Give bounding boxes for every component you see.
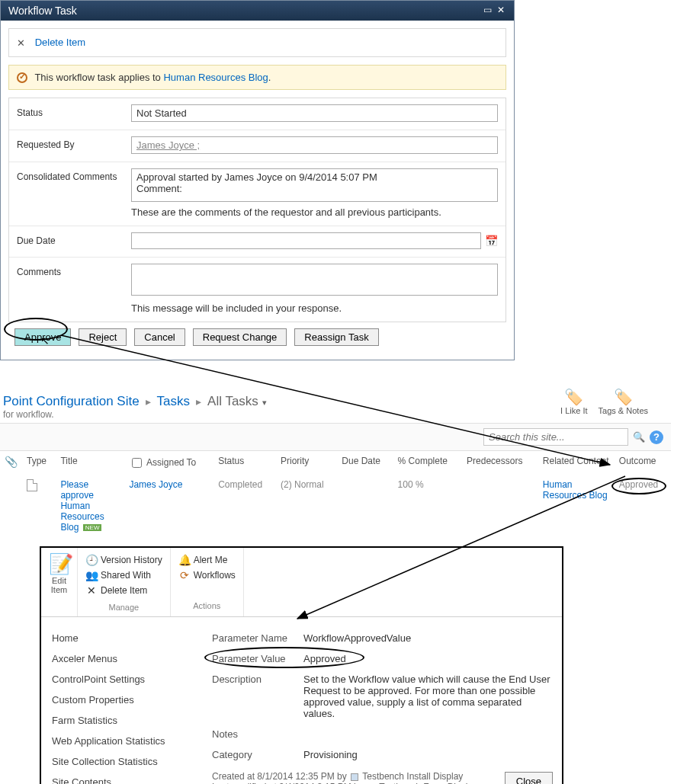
- param-value-label: Parameter Value: [212, 653, 303, 664]
- notice-prefix: This workflow task applies to: [34, 72, 163, 83]
- nav-custom-properties[interactable]: Custom Properties: [52, 690, 197, 710]
- status-label: Status: [17, 104, 131, 122]
- param-name-label: Parameter Name: [212, 632, 303, 644]
- created-by-user: Testbench Install Display: [362, 771, 463, 782]
- version-history-button[interactable]: 🕘Version History: [85, 552, 162, 568]
- requested-by-label: Requested By: [17, 136, 131, 154]
- assigned-to-checkbox[interactable]: [132, 458, 142, 468]
- crumb-site[interactable]: Point Configuration Site: [3, 394, 140, 409]
- workflow-notice: This workflow task applies to Human Reso…: [8, 65, 506, 91]
- table-header-row: 📎 Type Title Assigned To Status Priority…: [0, 451, 671, 475]
- search-bar: 🔍 ?: [0, 423, 671, 451]
- col-pct-complete[interactable]: % Complete: [393, 451, 462, 475]
- col-status[interactable]: Status: [213, 451, 276, 475]
- related-content-link[interactable]: Human Resources Blog: [543, 479, 608, 501]
- dialog-title: Workflow Task: [8, 5, 77, 17]
- attachment-icon: 📎: [5, 456, 18, 468]
- col-priority[interactable]: Priority: [276, 451, 337, 475]
- col-type[interactable]: Type: [22, 451, 56, 475]
- col-predecessors[interactable]: Predecessors: [462, 451, 538, 475]
- reject-button[interactable]: Reject: [79, 328, 127, 346]
- maximize-icon[interactable]: ▭: [482, 5, 493, 16]
- dialog-titlebar: Workflow Task ▭ ✕: [1, 1, 514, 21]
- comments-help: This message will be included in your re…: [131, 302, 498, 314]
- category-label: Category: [212, 749, 303, 760]
- document-icon: [27, 479, 37, 491]
- chevron-right-icon: ▸: [196, 395, 201, 408]
- crumb-list[interactable]: Tasks: [157, 394, 190, 409]
- chevron-right-icon: ▸: [146, 395, 151, 408]
- edit-item-button[interactable]: 📝 Edit Item: [49, 552, 69, 594]
- help-icon[interactable]: ?: [650, 430, 663, 444]
- nav-web-application-statistics[interactable]: Web Application Statistics: [52, 731, 197, 751]
- close-icon[interactable]: ✕: [496, 5, 506, 16]
- priority-cell: (2) Normal: [281, 479, 324, 490]
- delete-item-bar: Delete Item: [8, 28, 506, 57]
- shared-with-button[interactable]: 👥Shared With: [85, 568, 162, 583]
- col-assigned-to[interactable]: Assigned To: [124, 451, 213, 475]
- reassign-task-button[interactable]: Reassign Task: [294, 328, 378, 346]
- nav-axceler-menus[interactable]: Axceler Menus: [52, 648, 197, 669]
- notice-link[interactable]: Human Resources Blog: [163, 72, 268, 83]
- category-value: Provisioning: [303, 749, 551, 760]
- notes-value: [303, 728, 551, 740]
- search-icon[interactable]: 🔍: [633, 431, 645, 443]
- delete-icon[interactable]: [17, 38, 27, 49]
- tags-notes[interactable]: 🏷️ Tags & Notes: [599, 388, 648, 415]
- notice-check-icon: [17, 72, 27, 83]
- description-value: Set to the Workflow value which will cau…: [303, 674, 551, 719]
- button-row: Approve Reject Cancel Request Change Rea…: [8, 322, 506, 352]
- request-change-button[interactable]: Request Change: [193, 328, 287, 346]
- left-nav: Home Axceler Menus ControlPoint Settings…: [52, 628, 197, 784]
- col-outcome[interactable]: Outcome: [615, 451, 671, 475]
- calendar-icon[interactable]: 📅: [484, 234, 498, 248]
- delete-item-link[interactable]: Delete Item: [35, 37, 85, 48]
- properties-column: Parameter Name WorkflowApprovedValue Par…: [212, 628, 551, 784]
- like-icon: 🏷️: [560, 388, 587, 406]
- task-table: 📎 Type Title Assigned To Status Priority…: [0, 451, 671, 537]
- delete-icon: ✕: [85, 584, 98, 597]
- comments-input[interactable]: [131, 264, 498, 296]
- nav-site-contents[interactable]: Site Contents: [52, 772, 197, 784]
- comments-label: Comments: [17, 264, 131, 314]
- edit-icon: 📝: [49, 552, 69, 576]
- requested-by-value[interactable]: James Joyce ;: [131, 136, 498, 154]
- tasks-section: 🏷️ I Like It 🏷️ Tags & Notes Point Confi…: [0, 391, 671, 537]
- cursor-icon: ↖: [40, 334, 50, 347]
- footer-meta: Created at 8/1/2014 12:35 PM by Testbenc…: [212, 771, 551, 784]
- col-title[interactable]: Title: [56, 451, 124, 475]
- param-value-value: Approved: [303, 653, 551, 664]
- workflow-task-dialog: Workflow Task ▭ ✕ Delete Item This workf…: [0, 0, 515, 360]
- nav-home[interactable]: Home: [52, 628, 197, 648]
- close-button[interactable]: Close: [505, 772, 553, 784]
- cancel-button[interactable]: Cancel: [134, 328, 185, 346]
- outcome-cell: Approved: [619, 479, 658, 490]
- shared-with-icon: 👥: [85, 569, 98, 581]
- param-name-value: WorkflowApprovedValue: [303, 632, 551, 644]
- col-related-content[interactable]: Related Content: [538, 451, 615, 475]
- new-badge: NEW: [83, 524, 102, 531]
- chevron-down-icon: ▾: [262, 398, 267, 407]
- nav-controlpoint-settings[interactable]: ControlPoint Settings: [52, 669, 197, 690]
- delete-item-button[interactable]: ✕Delete Item: [85, 583, 162, 598]
- ribbon-group-actions: Actions: [178, 601, 236, 610]
- crumb-view[interactable]: All Tasks ▾: [207, 394, 267, 409]
- notes-label: Notes: [212, 728, 303, 740]
- nav-farm-statistics[interactable]: Farm Statistics: [52, 710, 197, 731]
- due-date-input[interactable]: [131, 232, 481, 249]
- alert-me-button[interactable]: 🔔Alert Me: [178, 552, 236, 568]
- tags-icon: 🏷️: [599, 388, 648, 406]
- form-panel: Status Not Started Requested By James Jo…: [8, 98, 506, 322]
- search-input[interactable]: [483, 428, 628, 446]
- i-like-it[interactable]: 🏷️ I Like It: [560, 388, 587, 415]
- description-label: Description: [212, 674, 303, 719]
- workflows-button[interactable]: ⟳Workflows: [178, 568, 236, 583]
- col-due-date[interactable]: Due Date: [337, 451, 393, 475]
- nav-site-collection-statistics[interactable]: Site Collection Statistics: [52, 751, 197, 772]
- pct-complete-cell: 100 %: [398, 479, 424, 490]
- status-value: Not Started: [131, 104, 498, 122]
- table-row[interactable]: Please approve Human Resources Blog NEW …: [0, 475, 671, 537]
- version-history-icon: 🕘: [85, 554, 98, 566]
- workflows-icon: ⟳: [178, 569, 191, 581]
- assigned-to-link[interactable]: James Joyce: [129, 479, 182, 490]
